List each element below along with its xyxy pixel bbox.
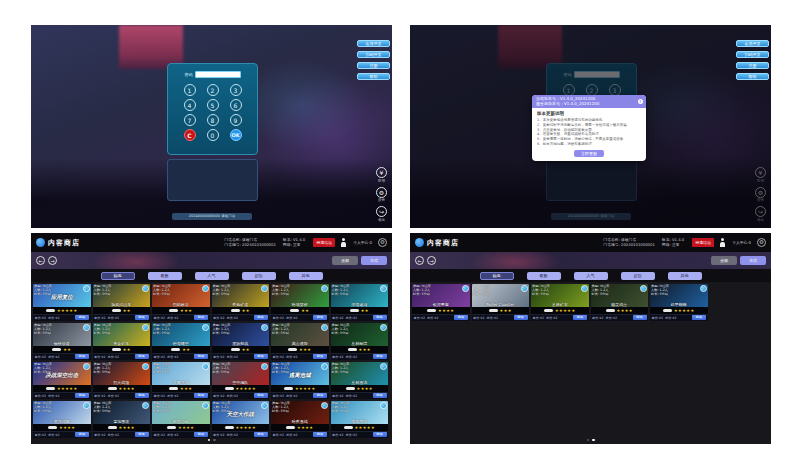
buy-button[interactable]: 购买 — [373, 432, 387, 437]
key-3[interactable]: 3 — [230, 84, 242, 96]
utility-exit[interactable]: ↪退出 — [376, 206, 387, 222]
game-card[interactable]: 类型: 过山车人数: 1-2人时长: 5分钟星河战舰★★★★单价:¥2总价:¥2… — [33, 401, 91, 438]
game-card[interactable]: 类型: 过山车人数: 1-2人时长: 5分钟银河要塞★★★★单价:¥2总价:¥2… — [412, 284, 470, 321]
game-card[interactable]: 类型: 过山车人数: 1-2人时长: 5分钟丛林矿车★★★★★单价:¥2总价:¥… — [531, 284, 589, 321]
nav-circle-forward-icon[interactable]: → — [48, 256, 57, 265]
key-1[interactable]: 1 — [184, 84, 196, 96]
nav-circle-back-icon[interactable]: ← — [415, 256, 424, 265]
pin-input[interactable] — [195, 71, 241, 78]
game-card[interactable]: 类型: 过山车人数: 1-2人时长: 5分钟深海遨游★★单价:¥2总价:¥2购买 — [331, 284, 389, 321]
buy-button[interactable]: 购买 — [194, 432, 208, 437]
game-card[interactable]: 类型: 过山车人数: 1-2人时长: 5分钟田园小镇★★★★单价:¥2总价:¥2… — [152, 401, 210, 438]
toolbar-button-2[interactable]: 充值 — [740, 256, 766, 265]
key-8[interactable]: 8 — [207, 114, 219, 126]
buy-button[interactable]: 购买 — [313, 354, 327, 359]
game-card[interactable]: 类型: 过山车人数: 1-2人时长: 5分钟暗域穿梭★★单价:¥2总价:¥2购买 — [271, 284, 329, 321]
buy-button[interactable]: 购买 — [135, 393, 149, 398]
side-button-4[interactable]: 帮助 — [736, 73, 769, 80]
game-card[interactable]: 类型: 过山车人数: 1-2人时长: 5分钟丛林激流★★★★单价:¥2总价:¥2… — [331, 362, 389, 399]
game-card[interactable]: 类型: 过山车人数: 1-2人时长: 5分钟决战深空出击★★★★★单价:¥2总价… — [33, 362, 91, 399]
game-card[interactable]: 类型: 过山车人数: 1-2人时长: 5分钟天空大作战★★★★★单价:¥2总价:… — [212, 401, 270, 438]
buy-button[interactable]: 购买 — [75, 432, 89, 437]
game-card[interactable]: 类型: 过山车人数: 1-2人时长: 5分钟幽灵战士★★★★单价:¥2总价:¥2… — [591, 284, 649, 321]
update-button[interactable]: 立即更新 — [574, 150, 604, 157]
buy-button[interactable]: 购买 — [313, 315, 327, 320]
buy-button[interactable]: 购买 — [254, 393, 268, 398]
buy-button[interactable]: 购买 — [373, 315, 387, 320]
buy-button[interactable]: 购买 — [194, 393, 208, 398]
filter-tab-4[interactable]: 折扣 — [621, 272, 655, 280]
toolbar-button-2[interactable]: 充值 — [361, 256, 387, 265]
key-9[interactable]: 9 — [230, 114, 242, 126]
game-card[interactable]: 类型: 过山车人数: 1-2人时长: 5分钟云霄飞车★★★单价:¥2总价:¥2购… — [152, 362, 210, 399]
utility-coin[interactable]: ¥投币 — [376, 167, 387, 183]
gear-icon[interactable]: ⚙ — [378, 238, 387, 247]
filter-tab-5[interactable]: 其他 — [289, 272, 323, 280]
buy-button[interactable]: 购买 — [194, 315, 208, 320]
page-dot-1[interactable] — [587, 439, 590, 442]
filter-tab-1[interactable]: 精选 — [480, 272, 514, 280]
buy-button[interactable]: 购买 — [194, 354, 208, 359]
key-ok[interactable]: OK — [230, 129, 242, 141]
promo-badge[interactable]: 特惠活动 — [692, 238, 714, 247]
key-7[interactable]: 7 — [184, 114, 196, 126]
game-card[interactable]: 类型: 过山车人数: 1-2人时长: 5分钟碧海晴空★★单价:¥2总价:¥2购买 — [152, 323, 210, 360]
game-card[interactable]: 类型: 过山车人数: 1-2人时长: 5分钟夜色矿道★★单价:¥2总价:¥2购买 — [212, 284, 270, 321]
side-button-1[interactable]: 会员登录 — [736, 40, 769, 47]
side-button-2[interactable]: 扫码登录 — [736, 51, 769, 58]
side-button-2[interactable]: 扫码登录 — [357, 51, 390, 58]
buy-button[interactable]: 购买 — [254, 432, 268, 437]
side-button-4[interactable]: 帮助 — [357, 73, 390, 80]
utility-gear[interactable]: ⚙设置 — [376, 187, 387, 203]
buy-button[interactable]: 购买 — [514, 315, 528, 320]
filter-tab-3[interactable]: 人气 — [195, 272, 229, 280]
filter-tab-3[interactable]: 人气 — [574, 272, 608, 280]
game-card[interactable]: 类型: 过山车人数: 1-2人时长: 5分钟钢铁轨道★★单价:¥2总价:¥2购买 — [33, 323, 91, 360]
promo-badge[interactable]: 特惠活动 — [313, 238, 335, 247]
game-card[interactable]: 类型: 过山车人数: 1-2人时长: 5分钟星际航线★★单价:¥2总价:¥2购买 — [212, 323, 270, 360]
key-5[interactable]: 5 — [207, 99, 219, 111]
game-card[interactable]: 类型: 过山车人数: 1-2人时长: 5分钟机甲蜘蛛★★★★★单价:¥2总价:¥… — [650, 284, 708, 321]
filter-tab-5[interactable]: 其他 — [668, 272, 702, 280]
buy-button[interactable]: 购买 — [692, 315, 706, 320]
side-button-3[interactable]: 注册 — [357, 62, 390, 69]
game-card[interactable]: 类型: 过山车人数: 1-2人时长: 5分钟Roller Coaster★★★单… — [472, 284, 530, 321]
buy-button[interactable]: 购买 — [373, 354, 387, 359]
nav-circle-back-icon[interactable]: ← — [36, 256, 45, 265]
key-c[interactable]: C — [184, 129, 196, 141]
info-icon[interactable]: ! — [638, 99, 644, 105]
buy-button[interactable]: 购买 — [75, 354, 89, 359]
key-2[interactable]: 2 — [207, 84, 219, 96]
key-4[interactable]: 4 — [184, 99, 196, 111]
game-card[interactable]: 类型: 过山车人数: 1-2人时长: 5分钟烈火战场★★★★单价:¥2总价:¥2… — [93, 362, 151, 399]
game-card[interactable]: 类型: 过山车人数: 1-2人时长: 5分钟丛林秘境★★★单价:¥2总价:¥2购… — [331, 323, 389, 360]
toolbar-button-1[interactable]: 余额 — [711, 256, 737, 265]
toolbar-button-1[interactable]: 余额 — [332, 256, 358, 265]
game-card[interactable]: 类型: 过山车人数: 1-2人时长: 5分钟旋风过山车★★单价:¥2总价:¥2购… — [93, 284, 151, 321]
page-dot-2[interactable] — [213, 439, 216, 442]
game-card[interactable]: 类型: 过山车人数: 1-2人时长: 5分钟黄金矿车★★单价:¥2总价:¥2购买 — [93, 323, 151, 360]
buy-button[interactable]: 购买 — [373, 393, 387, 398]
nav-circle-forward-icon[interactable]: → — [427, 256, 436, 265]
buy-button[interactable]: 购买 — [454, 315, 468, 320]
game-card[interactable]: 类型: 过山车人数: 1-2人时长: 5分钟烈焰峡谷★★★单价:¥2总价:¥2购… — [152, 284, 210, 321]
game-card[interactable]: 类型: 过山车人数: 1-2人时长: 5分钟高山速降★★★单价:¥2总价:¥2购… — [271, 323, 329, 360]
game-card[interactable]: 类型: 过山车人数: 1-2人时长: 5分钟逃离危城★★★★★单价:¥2总价:¥… — [271, 362, 329, 399]
side-button-1[interactable]: 会员登录 — [357, 40, 390, 47]
buy-button[interactable]: 购买 — [254, 315, 268, 320]
buy-button[interactable]: 购买 — [313, 393, 327, 398]
filter-tab-2[interactable]: 最新 — [527, 272, 561, 280]
buy-button[interactable]: 购买 — [313, 432, 327, 437]
side-button-3[interactable]: 注册 — [736, 62, 769, 69]
buy-button[interactable]: 购买 — [135, 354, 149, 359]
game-card[interactable]: 类型: 过山车人数: 1-2人时长: 5分钟雪地围攻★★★★单价:¥2总价:¥2… — [93, 401, 151, 438]
game-card[interactable]: 类型: 过山车人数: 1-2人时长: 5分钟暗夜激战★★★★单价:¥2总价:¥2… — [271, 401, 329, 438]
buy-button[interactable]: 购买 — [254, 354, 268, 359]
buy-button[interactable]: 购买 — [75, 315, 89, 320]
key-6[interactable]: 6 — [230, 99, 242, 111]
gear-icon[interactable]: ⚙ — [757, 238, 766, 247]
game-card[interactable]: 类型: 过山车人数: 1-2人时长: 5分钟海岛假日★★★★★单价:¥2总价:¥… — [331, 401, 389, 438]
buy-button[interactable]: 购买 — [633, 315, 647, 320]
buy-button[interactable]: 购买 — [135, 432, 149, 437]
key-0[interactable]: 0 — [207, 129, 219, 141]
